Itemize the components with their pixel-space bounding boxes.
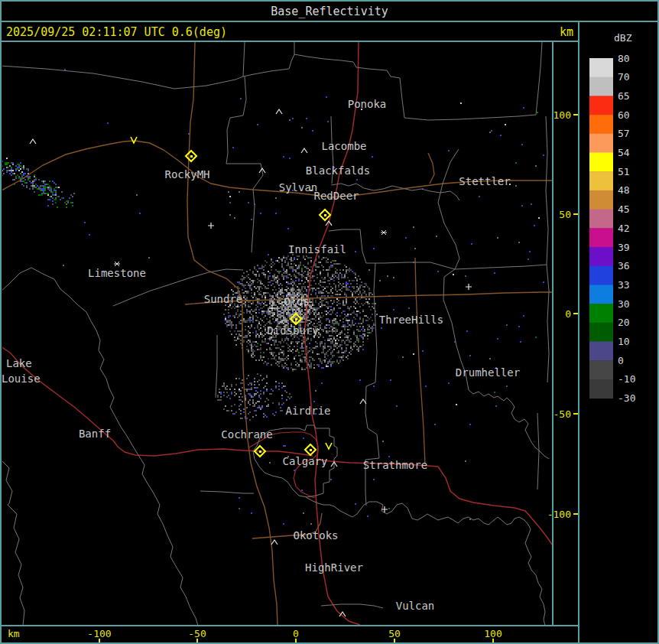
legend-swatch-42 <box>589 228 613 247</box>
legend-swatch-0 <box>589 360 613 379</box>
legend-label: 60 <box>618 109 630 121</box>
city-label-banff: Banff <box>79 428 111 440</box>
x-tick-label: 50 <box>388 628 401 639</box>
legend-swatch-57 <box>589 134 613 153</box>
x-tick-label: -100 <box>87 628 111 639</box>
legend-label: 36 <box>618 260 630 272</box>
city-label-limestone: Limestone <box>88 267 146 279</box>
city-label-sundre: Sundre <box>204 293 243 305</box>
legend-label: 42 <box>618 223 630 234</box>
legend-swatch-10 <box>589 342 613 361</box>
window-title: Base_Reflectivity <box>271 5 388 18</box>
legend-label: 33 <box>618 279 630 291</box>
y-tick-label: 50 <box>559 209 571 220</box>
y-tick-label: 0 <box>565 308 571 320</box>
y-tick-label: -100 <box>547 509 571 520</box>
city-label-cochrane: Cochrane <box>221 428 272 441</box>
title-bar: Base_Reflectivity <box>271 5 388 18</box>
city-label-innisfail: Innisfail <box>288 243 346 255</box>
legend-swatch-65 <box>589 96 613 115</box>
legend-label: 54 <box>618 147 630 158</box>
radar-display: Base_Reflectivity 2025/09/25 02:11:07 UT… <box>0 0 659 644</box>
x-tick-label: 100 <box>484 628 502 639</box>
timestamp: 2025/09/25 02:11:07 UTC 0.6(deg) <box>6 25 227 39</box>
legend-label: 57 <box>618 128 630 139</box>
city-label-drumheller: Drumheller <box>456 366 520 379</box>
legend-label: 0 <box>618 355 624 366</box>
city-label-reddeer: RedDeer <box>313 190 359 202</box>
legend-swatch--10 <box>589 379 613 398</box>
legend-swatch-20 <box>589 323 613 342</box>
city-label-ponoka: Ponoka <box>348 98 387 110</box>
city-label-calgary: Calgary <box>282 455 327 467</box>
x-axis-unit: km <box>8 628 20 639</box>
y-tick-label: 100 <box>553 109 571 121</box>
legend-swatch-39 <box>589 247 613 266</box>
legend-label: 45 <box>618 203 630 215</box>
city-label-louise: Louise <box>2 372 41 385</box>
legend-swatch-70 <box>589 77 613 96</box>
city-label-airdrie: Airdrie <box>285 405 330 417</box>
legend-label: -30 <box>618 392 635 404</box>
city-label-lake: Lake <box>6 357 32 369</box>
city-label-stettler: Stettler <box>459 175 510 187</box>
city-label-threehills: ThreeHills <box>379 314 443 326</box>
city-label-okotoks: Okotoks <box>293 529 338 542</box>
range-unit-label: km <box>560 25 573 39</box>
legend-swatch-51 <box>589 171 613 190</box>
city-label-didsbury: Didsbury <box>267 324 318 337</box>
legend-swatch-45 <box>589 210 613 229</box>
legend-swatch-36 <box>589 266 613 285</box>
city-label-vulcan: Vulcan <box>396 600 435 612</box>
city-label-strathmore: Strathmore <box>363 459 427 471</box>
legend-swatch-54 <box>589 153 613 172</box>
legend-swatch-33 <box>589 285 613 304</box>
x-tick-label: -50 <box>188 628 206 639</box>
city-label-lacombe: Lacombe <box>321 140 366 152</box>
x-tick-label: 0 <box>293 628 299 639</box>
legend-unit: dBZ <box>614 32 632 44</box>
radar-application-window: Base_Reflectivity 2025/09/25 02:11:07 UT… <box>0 0 659 644</box>
city-label-blackfalds: Blackfalds <box>306 164 370 177</box>
y-tick-label: -50 <box>553 408 571 420</box>
legend-label: 30 <box>618 298 630 310</box>
legend-label: 20 <box>618 317 630 328</box>
legend-swatch-80 <box>589 58 613 77</box>
legend-label: 48 <box>618 184 630 196</box>
city-label-highriver: HighRiver <box>305 561 363 574</box>
legend-swatch-48 <box>589 190 613 210</box>
legend-swatch-60 <box>589 115 613 134</box>
legend-label: 65 <box>618 90 630 102</box>
legend-label: 51 <box>618 166 630 177</box>
city-label-sylvan: Sylvan <box>279 181 318 194</box>
legend-label: -10 <box>618 373 635 385</box>
city-label-olds: Olds <box>284 295 310 307</box>
legend-label: 80 <box>618 53 630 64</box>
legend-label: 39 <box>618 242 630 253</box>
legend-label: 10 <box>618 336 630 347</box>
legend-swatch-30 <box>589 304 613 323</box>
city-label-rockymh: RockyMH <box>164 168 209 181</box>
legend-label: 70 <box>618 71 630 83</box>
